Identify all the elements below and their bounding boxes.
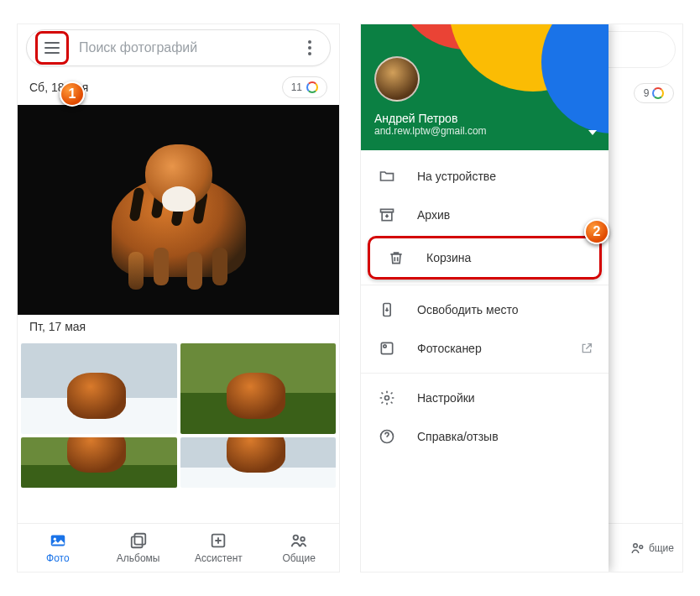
- cloud-sync-icon: [652, 87, 664, 99]
- albums-icon: [129, 531, 148, 550]
- date-count-pill[interactable]: 11: [282, 76, 327, 98]
- bg-count-pill: 9: [634, 83, 674, 103]
- drawer-item-trash[interactable]: Корзина: [370, 238, 599, 277]
- folder-icon: [379, 168, 395, 185]
- svg-rect-2: [134, 534, 145, 545]
- help-icon: [379, 428, 395, 445]
- free-up-icon: [379, 301, 395, 318]
- drawer-item-label: На устройстве: [417, 170, 593, 183]
- drawer-item-label: Освободить место: [417, 303, 593, 316]
- archive-icon: [379, 207, 395, 223]
- photo-thumb[interactable]: [21, 343, 177, 434]
- photos-icon: [49, 531, 67, 550]
- search-pill[interactable]: Поиск фотографий: [26, 29, 331, 66]
- drawer-item-label: Архив: [417, 208, 593, 222]
- trash-icon: [388, 249, 405, 266]
- nav-label: Общие: [282, 552, 315, 564]
- svg-point-8: [640, 545, 643, 548]
- drawer-item-label: Настройки: [417, 391, 593, 405]
- drawer-header[interactable]: Андрей Петров and.rew.lptw@gmail.com: [361, 24, 609, 150]
- svg-point-6: [300, 537, 305, 541]
- nav-albums[interactable]: Альбомы: [98, 524, 179, 572]
- photo-thumb[interactable]: [21, 437, 177, 488]
- account-dropdown-icon[interactable]: [588, 130, 597, 135]
- avatar[interactable]: [374, 56, 420, 102]
- cloud-sync-icon: [306, 81, 318, 93]
- photo-thumb[interactable]: [180, 437, 337, 488]
- drawer-item-archive[interactable]: Архив: [361, 196, 609, 234]
- svg-point-5: [294, 536, 299, 541]
- drawer-item-label: Справка/отзыв: [417, 430, 593, 443]
- drawer-item-settings[interactable]: Настройки: [361, 379, 609, 417]
- drawer-item-label: Корзина: [426, 251, 584, 264]
- drawer-item-free-up[interactable]: Освободить место: [361, 290, 609, 329]
- search-placeholder: Поиск фотографий: [79, 40, 298, 55]
- nav-photos[interactable]: Фото: [18, 524, 98, 572]
- bottom-nav: Фото Альбомы Ассистент Общие: [18, 523, 339, 572]
- date-label: Пт, 17 мая: [29, 320, 86, 333]
- hamburger-highlight-box: [35, 31, 69, 65]
- drawer-item-photoscan[interactable]: Фотосканер: [361, 329, 609, 368]
- user-email: and.rew.lptw@gmail.com: [374, 125, 595, 137]
- screenshot-drawer-open: 9 бщие Андрей Петров and.rew.lptw@gmail.…: [360, 24, 683, 572]
- nav-label: Альбомы: [117, 552, 160, 564]
- svg-point-14: [385, 396, 389, 400]
- sharing-icon: [630, 541, 645, 556]
- settings-icon: [379, 389, 395, 406]
- search-bar-row: Поиск фотографий: [18, 24, 339, 71]
- nav-sharing[interactable]: Общие: [259, 524, 339, 572]
- nav-assistant[interactable]: Ассистент: [179, 524, 259, 572]
- svg-point-13: [384, 345, 386, 348]
- nav-label: Фото: [46, 552, 70, 564]
- external-link-icon: [580, 342, 593, 355]
- divider: [361, 373, 609, 374]
- svg-point-1: [54, 538, 56, 541]
- assistant-icon: [209, 531, 227, 550]
- trash-highlight-box: Корзина: [368, 236, 602, 280]
- date-header-2: Пт, 17 мая: [18, 315, 339, 340]
- photoscan-icon: [379, 340, 395, 357]
- nav-drawer: Андрей Петров and.rew.lptw@gmail.com На …: [361, 24, 609, 572]
- divider: [361, 285, 609, 285]
- photo-thumb[interactable]: [180, 343, 337, 434]
- drawer-list: На устройстве Архив Корзина Освободить м…: [361, 150, 609, 463]
- drawer-item-help[interactable]: Справка/отзыв: [361, 417, 609, 456]
- nav-label: Ассистент: [195, 552, 243, 564]
- svg-rect-3: [131, 536, 142, 547]
- svg-rect-12: [381, 342, 392, 353]
- annotation-badge-2: 2: [584, 219, 609, 244]
- menu-icon[interactable]: [44, 42, 60, 54]
- drawer-item-label: Фотосканер: [417, 342, 558, 355]
- drawer-item-device[interactable]: На устройстве: [361, 157, 609, 196]
- thumb-row-2: [18, 434, 339, 488]
- photo-tiger-dark[interactable]: [18, 105, 339, 315]
- screenshot-photos-main: Поиск фотографий Сб, 18 мая 11 Пт, 17 ма…: [17, 24, 340, 572]
- more-vert-icon[interactable]: [298, 40, 321, 55]
- thumb-row-1: [18, 340, 339, 434]
- annotation-badge-1: 1: [60, 81, 85, 107]
- user-name: Андрей Петров: [374, 112, 595, 125]
- date-count: 11: [291, 81, 302, 93]
- svg-point-7: [634, 543, 638, 547]
- sharing-icon: [290, 531, 308, 550]
